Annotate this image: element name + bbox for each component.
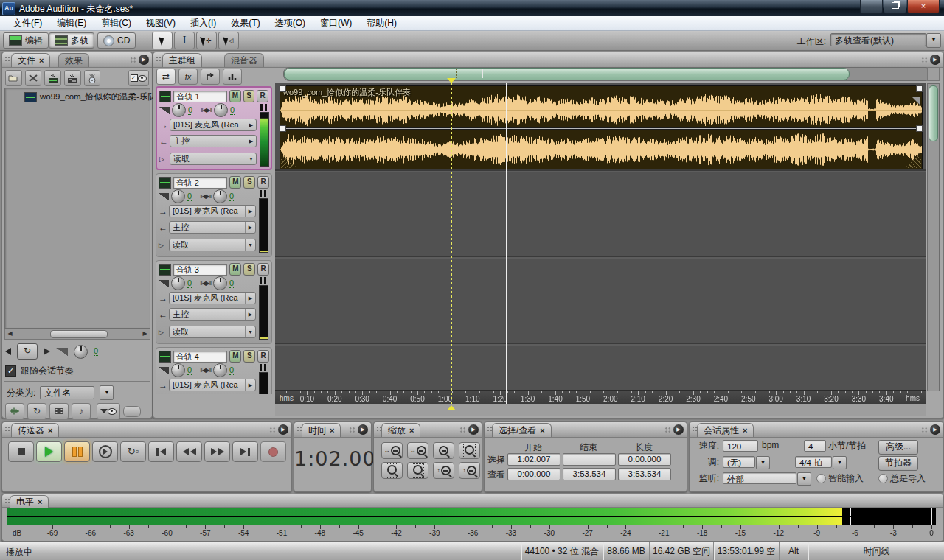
pan-knob[interactable]: [213, 363, 227, 377]
move-clip-tool-button[interactable]: ✛: [196, 32, 217, 49]
monitor-select[interactable]: 外部: [723, 472, 796, 484]
solo-button[interactable]: S: [243, 350, 255, 363]
panel-menu-button[interactable]: ▶: [468, 424, 479, 435]
navigator-thumb[interactable]: [284, 68, 850, 80]
play-from-cursor-button[interactable]: [92, 441, 118, 462]
fast-forward-button[interactable]: [204, 441, 230, 462]
selection-begin-field[interactable]: 1:02.007: [507, 453, 560, 466]
clip-handle[interactable]: [280, 125, 286, 132]
track-panel-3[interactable]: 音轨 3 M S R 0 ‖◀▶‖ 0 → [01S] 麦克风 (Rea▶: [156, 260, 272, 344]
menu-insert[interactable]: 插入(I): [183, 15, 223, 31]
insert-into-session-button[interactable]: [64, 70, 81, 86]
record-arm-button[interactable]: R: [257, 176, 269, 189]
panel-grip[interactable]: [4, 56, 10, 63]
input-select[interactable]: [01S] 麦克风 (Rea▶: [170, 119, 257, 131]
volume-value[interactable]: 0: [187, 366, 192, 375]
pause-button[interactable]: [64, 441, 90, 462]
menu-view[interactable]: 视图(V): [139, 15, 183, 31]
expand-icon[interactable]: ▶: [246, 136, 256, 147]
output-select[interactable]: 主控▶: [169, 308, 256, 321]
restore-button[interactable]: [884, 0, 906, 14]
preview-speaker-icon[interactable]: [5, 348, 11, 355]
zoom-to-selection-right-button[interactable]: [407, 462, 428, 479]
pan-value[interactable]: 0: [229, 366, 234, 375]
tab-close-icon[interactable]: ×: [409, 426, 414, 435]
zoom-in-horizontal-button[interactable]: ↔: [381, 442, 403, 459]
advanced-button[interactable]: 高级...: [878, 440, 918, 455]
timeline-canvas[interactable]: wo99_com_恰似你的温柔-乐队伴奏: [275, 83, 926, 390]
time-display[interactable]: 1:02.007: [294, 447, 371, 470]
track-panel-2[interactable]: 音轨 2 M S R 0 ‖◀▶‖ 0 → [01S] 麦克风 (Rea▶: [156, 173, 272, 257]
close-button[interactable]: ×: [907, 0, 940, 14]
input-select[interactable]: [01S] 麦克风 (Rea▶: [169, 205, 256, 217]
filter-options-button[interactable]: [97, 403, 120, 419]
routing-button[interactable]: [201, 69, 220, 85]
menu-file[interactable]: 文件(F): [6, 15, 49, 31]
tab-zoom[interactable]: 缩放×: [381, 423, 420, 437]
volume-knob[interactable]: [171, 276, 185, 290]
mute-button[interactable]: M: [229, 263, 241, 276]
automation-collapse-icon[interactable]: ▷: [159, 329, 167, 336]
stop-button[interactable]: [8, 441, 34, 462]
tab-effects[interactable]: 效果: [58, 53, 89, 67]
panel-menu-button[interactable]: ▶: [358, 424, 368, 435]
record-arm-button[interactable]: R: [257, 350, 269, 363]
show-audio-files-button[interactable]: [5, 403, 24, 419]
solo-button[interactable]: S: [243, 176, 255, 189]
options-badge[interactable]: [123, 406, 141, 417]
input-select[interactable]: [01S] 麦克风 (Rea▶: [169, 292, 256, 304]
panel-grip[interactable]: [156, 56, 162, 63]
view-begin-field[interactable]: 0:00.000: [507, 468, 560, 480]
menu-edit[interactable]: 编辑(E): [49, 15, 94, 31]
tab-close-icon[interactable]: ×: [330, 426, 334, 435]
zoom-out-full-button[interactable]: [433, 442, 454, 459]
menu-help[interactable]: 帮助(H): [359, 15, 404, 31]
rewind-button[interactable]: [176, 441, 202, 462]
time-selection-tool-button[interactable]: I: [174, 32, 195, 49]
session-navigator-bar[interactable]: [283, 67, 931, 81]
zoom-out-horizontal-button[interactable]: ↔: [407, 442, 428, 459]
pan-knob[interactable]: [213, 276, 227, 290]
tab-selection-view[interactable]: 选择/查看×: [492, 423, 552, 437]
key-select[interactable]: (无): [723, 456, 755, 468]
workspace-dropdown-button[interactable]: ▼: [926, 33, 941, 48]
automation-mode-select[interactable]: 读取▼: [169, 239, 256, 251]
zoom-to-selection-left-button[interactable]: [381, 462, 403, 479]
view-end-field[interactable]: 3:53.534: [563, 468, 616, 480]
file-list[interactable]: wo99_com_恰似你的温柔-乐队: [4, 88, 150, 329]
panel-menu-button[interactable]: ▶: [139, 55, 149, 65]
solo-button[interactable]: S: [243, 90, 255, 102]
timeline-vertical-scrollbar[interactable]: [927, 83, 940, 391]
pan-value[interactable]: 0: [229, 279, 234, 288]
record-arm-button[interactable]: R: [257, 90, 268, 102]
loop-play-button[interactable]: ↻▫: [120, 441, 146, 462]
volume-knob[interactable]: [171, 189, 185, 203]
tab-time[interactable]: 时间×: [302, 423, 341, 437]
workspace-select[interactable]: 多轨查看(默认): [830, 33, 926, 46]
scroll-left-icon[interactable]: ◀: [5, 329, 15, 339]
menu-options[interactable]: 选项(O): [268, 15, 313, 31]
automation-collapse-icon[interactable]: ▷: [159, 155, 167, 163]
minimize-button[interactable]: –: [860, 0, 883, 14]
menu-window[interactable]: 窗口(W): [313, 15, 359, 31]
multitrack-view-button[interactable]: 多轨: [49, 32, 94, 49]
tab-mixer[interactable]: 混音器: [224, 53, 264, 67]
preview-volume-knob[interactable]: [74, 345, 88, 359]
preview-loop-button[interactable]: ↻: [17, 343, 38, 360]
zoom-in-vertical-button[interactable]: ↕: [433, 462, 454, 479]
audio-clip[interactable]: wo99_com_恰似你的温柔-乐队伴奏: [280, 85, 923, 169]
tab-files[interactable]: 文件 ×: [11, 53, 50, 67]
edit-view-button[interactable]: 编辑: [3, 32, 49, 49]
time-signature-select[interactable]: 4/4 拍: [795, 456, 832, 468]
monitor-dropdown-button[interactable]: ▼: [797, 472, 811, 486]
clip-time-stretch-button[interactable]: ⇄: [156, 69, 176, 85]
expand-icon[interactable]: ▶: [245, 309, 255, 320]
play-button[interactable]: [36, 441, 62, 462]
effects-rack-button[interactable]: fx: [178, 69, 198, 85]
insert-into-cd-button[interactable]: [84, 70, 101, 86]
sort-dropdown-button[interactable]: ▼: [100, 385, 114, 400]
volume-value[interactable]: 0: [188, 106, 192, 115]
master-level-meter[interactable]: [7, 508, 936, 525]
tab-main-group[interactable]: 主群组: [162, 53, 202, 67]
sort-select[interactable]: 文件名: [40, 386, 94, 399]
